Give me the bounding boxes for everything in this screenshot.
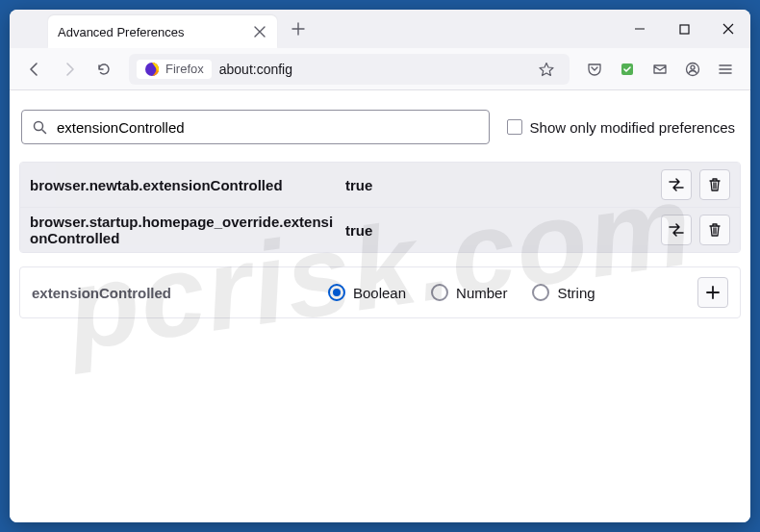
pref-name[interactable]: browser.newtab.extensionControlled bbox=[30, 177, 338, 193]
tab-active[interactable]: Advanced Preferences bbox=[48, 15, 277, 48]
toggle-button[interactable] bbox=[661, 215, 692, 245]
svg-point-4 bbox=[691, 65, 695, 69]
pref-table: browser.newtab.extensionControlled true … bbox=[19, 162, 741, 253]
app-menu-button[interactable] bbox=[710, 54, 741, 85]
checkbox-label: Show only modified preferences bbox=[530, 119, 735, 136]
toolbar-right bbox=[579, 54, 741, 85]
pref-row: browser.startup.homepage_override.extens… bbox=[20, 207, 740, 252]
pref-name[interactable]: browser.startup.homepage_override.extens… bbox=[30, 214, 338, 246]
checkbox-icon bbox=[507, 119, 522, 135]
url-text: about:config bbox=[219, 62, 523, 77]
search-row: Show only modified preferences bbox=[19, 110, 741, 144]
add-pref-button[interactable] bbox=[697, 277, 728, 308]
type-radio-group: Boolean Number String bbox=[328, 284, 690, 301]
new-pref-name[interactable]: extensionControlled bbox=[32, 285, 320, 301]
nav-toolbar: Firefox about:config bbox=[10, 48, 750, 90]
modified-only-checkbox[interactable]: Show only modified preferences bbox=[507, 119, 739, 136]
delete-button[interactable] bbox=[699, 169, 730, 200]
mail-icon[interactable] bbox=[645, 54, 675, 85]
radio-number[interactable]: Number bbox=[431, 284, 507, 301]
firefox-logo-icon bbox=[144, 62, 160, 77]
minimize-button[interactable] bbox=[618, 10, 662, 48]
browser-window: Advanced Preferences bbox=[10, 10, 750, 522]
pref-value: true bbox=[345, 222, 653, 239]
new-tab-button[interactable] bbox=[285, 15, 312, 42]
search-icon bbox=[32, 119, 47, 135]
about-config-content: Show only modified preferences browser.n… bbox=[10, 90, 750, 522]
pocket-icon[interactable] bbox=[579, 54, 610, 85]
close-window-button[interactable] bbox=[706, 10, 750, 48]
radio-boolean[interactable]: Boolean bbox=[328, 284, 406, 301]
tab-title: Advanced Preferences bbox=[58, 25, 252, 39]
tab-bar: Advanced Preferences bbox=[10, 10, 750, 48]
radio-label: String bbox=[557, 285, 595, 301]
back-button[interactable] bbox=[19, 54, 50, 85]
account-icon[interactable] bbox=[677, 54, 708, 85]
window-controls bbox=[618, 10, 750, 48]
radio-label: Boolean bbox=[353, 285, 406, 301]
close-tab-icon[interactable] bbox=[252, 24, 267, 39]
delete-button[interactable] bbox=[699, 215, 730, 245]
pref-row: browser.newtab.extensionControlled true bbox=[20, 163, 740, 207]
radio-string[interactable]: String bbox=[532, 284, 595, 301]
svg-rect-0 bbox=[680, 25, 689, 34]
svg-point-5 bbox=[35, 122, 43, 131]
maximize-button[interactable] bbox=[662, 10, 706, 48]
pref-value: true bbox=[345, 177, 653, 193]
identity-label: Firefox bbox=[165, 62, 204, 76]
forward-button[interactable] bbox=[54, 54, 85, 85]
extension-icon[interactable] bbox=[612, 54, 643, 85]
new-pref-row: extensionControlled Boolean Number Strin… bbox=[19, 266, 741, 318]
radio-icon bbox=[431, 284, 448, 301]
bookmark-star-icon[interactable] bbox=[531, 54, 562, 85]
toggle-button[interactable] bbox=[661, 169, 692, 200]
reload-button[interactable] bbox=[89, 54, 119, 85]
radio-icon bbox=[532, 284, 549, 301]
search-box[interactable] bbox=[21, 110, 490, 144]
url-bar[interactable]: Firefox about:config bbox=[129, 54, 570, 85]
identity-box[interactable]: Firefox bbox=[137, 60, 212, 79]
search-input[interactable] bbox=[57, 119, 479, 136]
radio-label: Number bbox=[456, 285, 507, 301]
radio-icon bbox=[328, 284, 345, 301]
